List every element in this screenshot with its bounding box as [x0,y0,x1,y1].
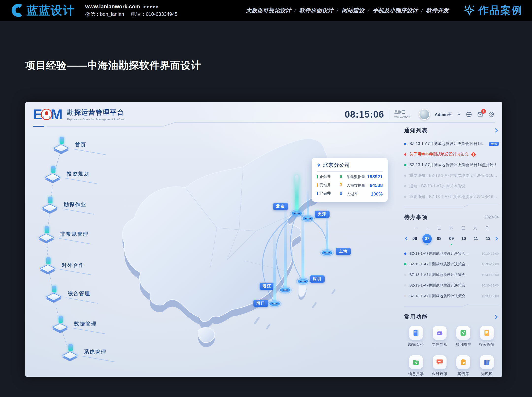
globe-icon[interactable] [466,111,472,118]
todo-time: 10:30-12:00 [482,294,499,298]
sidebar-3d-icon [42,197,59,213]
todo-item[interactable]: BZ-13-1-A7井测试地质设计决策会 10:30-12:00 [404,270,499,280]
notification-text: BZ-13-1-A7井测试地质设计决策会16日14点开始 [409,141,486,146]
sidebar-item-label: 对外合作 [62,262,84,270]
todo-item[interactable]: BZ-13-1-A7井测试地质设计决策会... 10:30-12:00 [404,259,499,270]
city-label[interactable]: 上海 [336,248,351,255]
function-tile[interactable]: 信息共享 [404,355,428,376]
nav-item[interactable]: 大数据可视化设计 / [246,7,296,14]
date-cell[interactable]: 12 [483,234,493,243]
calendar-dates: 06 07 08 [404,234,499,243]
function-tile[interactable]: 案例库 [451,355,475,376]
calendar-next-icon[interactable] [494,236,499,241]
date-cell[interactable]: 08 [434,234,444,243]
user-name[interactable]: Admin王 [435,112,452,117]
nav-separator: / [421,8,423,13]
weekday-cell: 二 [426,226,430,231]
sidebar-item[interactable]: 综合管理 [46,286,90,302]
weekday-cell: 一 [414,226,418,231]
stat-color-bar [317,175,318,179]
chevron-right-icon[interactable] [494,314,499,319]
function-tile[interactable]: 知识库 [475,355,499,376]
divider [389,110,389,119]
sidebar-3d-icon [46,286,63,302]
notification-item[interactable]: BZ-13-1-A7井测试地质设计决策会16日14点开始 NEW [404,139,499,149]
cnooc-emblem-icon [41,109,52,120]
nav-item-label: 手机及小程序设计 [372,7,418,14]
notification-item[interactable]: 通知：BZ-13-1-A7井测试地质设 [404,181,499,192]
page-title: 项目经验——中海油勘探软件界面设计 [25,59,201,72]
weekday-label: 星期五 [394,110,411,115]
sidebar-item-label: 投资规划 [67,171,89,178]
ecm-letter-m: M [51,107,63,122]
function-tile[interactable]: 文件网盘 [428,326,451,347]
nav-item[interactable]: 软件开发 / [426,7,449,14]
sidebar-item[interactable]: 非常规管理 [38,226,89,243]
city-marker[interactable] [278,285,292,295]
popup-title: 北京分公司 [323,162,350,168]
url-arrows-decoration: ▶▶▶▶▶ [144,5,160,8]
notification-text: 关于用举办井测试地质设计决策会 [409,152,468,157]
city-marker[interactable] [296,277,310,286]
todo-item[interactable]: BZ-13-1-A7井测试地质设计决策会 10:30-12:00 [404,291,499,301]
status-dot [404,295,406,297]
status-dot [404,274,406,276]
date-cell[interactable]: 07 [422,234,432,243]
nav-item[interactable]: 手机及小程序设计 / [372,7,423,14]
date-cell[interactable]: 11 [471,234,481,243]
chevron-down-icon[interactable] [457,112,461,116]
date-cell[interactable]: 10 [459,234,468,243]
beam-effect [273,231,276,302]
notification-item[interactable]: BZ-13-1-A7井测试地质设计决策会16日14点开始！ [404,160,499,170]
platform-title-block: 勘探运营管理平台 Exploration Operation Managemen… [67,108,125,121]
calendar-prev-icon[interactable] [404,236,409,241]
notifications-title: 通知列表 [404,127,428,134]
function-label: 知识库 [481,372,493,376]
clipboard-icon [460,359,467,366]
stat-label: 采集数据量 [347,175,365,179]
nav-item-label: 软件界面设计 [299,7,333,14]
function-label: 勘探百科 [408,342,424,347]
sidebar-item[interactable]: 数据管理 [52,316,97,332]
platform-title: 勘探运营管理平台 [67,108,125,117]
todo-item[interactable]: BZ-13-1-A7井测试地质设计决策会 10:30-12:00 [404,280,499,291]
mail-icon[interactable]: 6 [477,111,483,118]
sidebar-item[interactable]: 首页 [53,137,86,153]
function-tile[interactable]: 勘探百科 [404,326,428,347]
date-cell[interactable]: 06 [410,234,419,243]
notification-text: 重要通知：BZ-13-1-A7井测试地质设计决策会16日14... [409,194,499,199]
gear-icon[interactable] [488,111,495,118]
nav-item[interactable]: 网站建设 / [342,7,369,14]
site-url[interactable]: www.lanlanwork.com [85,3,140,10]
function-tile[interactable]: 报表采集 [475,326,499,347]
function-tile[interactable]: 知识图谱 [451,326,475,347]
folder-share-icon [412,359,420,366]
date-cell[interactable]: 09 [447,234,456,243]
todo-item[interactable]: BZ-13-1-A7井测试地质设计决策会... 10:30-12:00 [404,248,499,259]
sidebar-item[interactable]: 对外合作 [40,257,84,274]
alert-icon: ! [471,152,476,157]
function-tile[interactable]: 即时通讯 [428,355,451,376]
avatar[interactable] [419,109,430,120]
todo-text: BZ-13-1-A7井测试地质设计决策会 [409,272,479,277]
sidebar-menu: 首页 投资规划 勘探作业 [25,127,144,377]
site-logo[interactable]: 蓝蓝设计 [9,3,75,18]
notification-item[interactable]: 关于用举办井测试地质设计决策会 ! [404,149,499,160]
chevron-right-icon[interactable] [494,128,499,133]
sidebar-item[interactable]: 投资规划 [45,166,89,182]
book-icon [412,329,420,337]
sidebar-item[interactable]: 勘探作业 [42,197,86,213]
portfolio-link[interactable]: 作品案例 [463,3,523,17]
nav-item[interactable]: 软件界面设计 / [299,7,338,14]
city-label[interactable]: 海口 [253,300,268,307]
notification-item[interactable]: 重要通知：BZ-13-1-A7井测试地质设计决策会16日14... [404,170,499,181]
city-label[interactable]: 湛江 [260,283,274,290]
notification-item[interactable]: 重要通知：BZ-13-1-A7井测试地质设计决策会16日14... [404,192,499,202]
city-marker[interactable] [320,248,334,257]
city-marker[interactable] [268,299,282,308]
sidebar-item[interactable]: 系统管理 [62,344,107,361]
status-dot [404,164,406,166]
city-label[interactable]: 深圳 [310,275,325,283]
todo-text: BZ-13-1-A7井测试地质设计决策会... [409,251,479,256]
new-badge: NEW [489,142,499,146]
